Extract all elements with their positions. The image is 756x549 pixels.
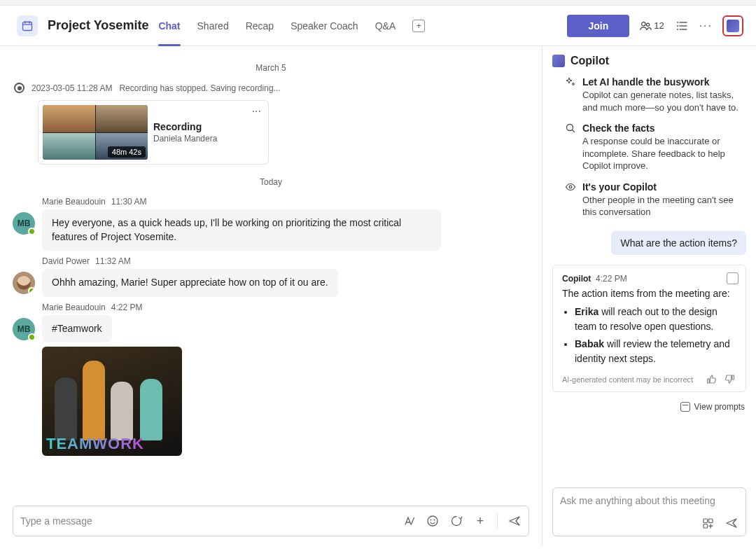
copilot-compose[interactable] — [552, 487, 746, 536]
compose-box[interactable]: + — [13, 506, 529, 536]
msg-author: Marie Beaudouin — [42, 197, 106, 207]
svg-point-1 — [642, 22, 645, 25]
suggestion-title: Check the facts — [582, 123, 746, 134]
tabs: Chat Shared Recap Speaker Coach Q&A + — [158, 6, 425, 46]
msg-time: 11:30 AM — [111, 197, 147, 207]
record-icon — [14, 83, 24, 93]
svg-rect-13 — [704, 524, 708, 528]
loop-icon[interactable] — [449, 514, 463, 528]
msg-text: Hey everyone, as a quick heads up, I'll … — [42, 209, 441, 251]
presence-available-icon — [28, 287, 35, 294]
suggestion-desc: Other people in the meeting can't see th… — [582, 194, 746, 218]
chat-message: MB Marie Beaudouin4:22 PM #Teamwork TEAM… — [13, 303, 529, 457]
chat-message: David Power11:32 AM Ohhh amazing, Marie!… — [13, 256, 529, 297]
calendar-icon[interactable] — [17, 15, 38, 36]
recording-duration: 48m 42s — [108, 146, 146, 158]
svg-point-4 — [677, 25, 678, 26]
action-item: Babak will review the telemetry and iden… — [575, 337, 736, 366]
list-icon[interactable] — [674, 18, 690, 34]
sparkle-icon — [565, 76, 576, 88]
copilot-suggestion: It's your CopilotOther people in the mee… — [565, 181, 746, 218]
copilot-response-card: Copilot 4:22 PM The action items from th… — [552, 265, 746, 392]
view-prompts-button[interactable]: View prompts — [680, 402, 745, 412]
tab-recap[interactable]: Recap — [246, 6, 274, 46]
recording-card[interactable]: 48m 42s Recording Daniela Mandera ··· — [38, 100, 269, 165]
copilot-suggestion: Let AI handle the busyworkCopilot can ge… — [565, 76, 746, 113]
recording-title: Recording — [153, 121, 217, 132]
avatar[interactable]: MB — [13, 212, 35, 235]
chat-pane: March 5 2023-03-05 11:28 AM Recording ha… — [0, 46, 542, 546]
prompt-grid-icon[interactable] — [701, 516, 715, 530]
thumbs-up-button[interactable] — [706, 373, 718, 386]
emoji-icon[interactable] — [426, 514, 440, 528]
msg-text: Ohhh amazing, Marie! Super appreciate ho… — [42, 269, 338, 297]
event-text: Recording has stopped. Saving recording.… — [119, 83, 280, 93]
eye-icon — [565, 181, 576, 193]
recording-thumbnail: 48m 42s — [43, 105, 148, 160]
copilot-input[interactable] — [560, 495, 738, 506]
gif-caption: TEAMWORK — [46, 435, 144, 453]
action-item: Erika will reach out to the design team … — [575, 305, 736, 334]
message-input[interactable] — [20, 515, 392, 527]
presence-available-icon — [28, 228, 36, 235]
svg-rect-11 — [704, 519, 708, 523]
user-query-bubble: What are the action items? — [611, 231, 746, 255]
prompts-icon — [680, 402, 690, 412]
date-divider: Today — [13, 177, 529, 187]
copilot-title: Copilot — [570, 55, 609, 67]
participants-button[interactable]: 12 — [639, 20, 664, 32]
add-tab-button[interactable]: + — [412, 20, 425, 32]
copilot-icon — [552, 55, 565, 67]
copilot-toggle-button[interactable] — [722, 15, 743, 36]
svg-point-3 — [677, 21, 678, 22]
recording-more-button[interactable]: ··· — [252, 105, 261, 118]
copilot-panel: Copilot Let AI handle the busyworkCopilo… — [542, 46, 756, 546]
avatar[interactable] — [13, 272, 35, 294]
response-intro: The action items from the meeting are: — [562, 288, 736, 299]
copilot-suggestion: Check the factsA response could be inacc… — [565, 123, 746, 172]
msg-author: Marie Beaudouin — [42, 303, 106, 312]
svg-rect-0 — [23, 22, 32, 30]
thumbs-down-button[interactable] — [724, 373, 736, 386]
msg-time: 4:22 PM — [111, 303, 143, 312]
suggestion-title: It's your Copilot — [582, 181, 746, 193]
copilot-send-button[interactable] — [724, 516, 738, 530]
gif-attachment[interactable]: TEAMWORK — [42, 347, 182, 456]
format-icon[interactable] — [402, 514, 416, 528]
svg-point-6 — [428, 516, 438, 526]
copy-button[interactable] — [727, 272, 738, 284]
attach-icon[interactable]: + — [473, 514, 487, 528]
ai-disclaimer: AI-generated content may be incorrect — [562, 375, 693, 384]
magnifier-icon — [565, 123, 576, 134]
svg-point-8 — [434, 520, 435, 521]
presence-available-icon — [28, 333, 36, 341]
header: Project Yosemite Chat Shared Recap Speak… — [0, 6, 756, 46]
participant-count: 12 — [654, 20, 664, 31]
avatar[interactable]: MB — [13, 318, 35, 340]
event-time: 2023-03-05 11:28 AM — [31, 83, 112, 93]
tab-chat[interactable]: Chat — [158, 6, 180, 46]
msg-time: 11:32 AM — [95, 256, 131, 266]
recording-stopped-event: 2023-03-05 11:28 AM Recording has stoppe… — [14, 83, 529, 93]
tab-speaker-coach[interactable]: Speaker Coach — [290, 6, 358, 46]
date-divider: March 5 — [13, 63, 529, 73]
tab-qa[interactable]: Q&A — [375, 6, 396, 46]
svg-rect-12 — [708, 519, 713, 523]
send-button[interactable] — [507, 514, 522, 528]
msg-text: #Teamwork — [42, 315, 112, 343]
people-icon — [639, 20, 652, 32]
tab-shared[interactable]: Shared — [197, 6, 229, 46]
more-button[interactable]: ··· — [699, 20, 713, 32]
action-items-list: Erika will reach out to the design team … — [562, 305, 736, 366]
join-button[interactable]: Join — [567, 15, 629, 37]
msg-author: David Power — [42, 256, 90, 266]
chat-message: MB Marie Beaudouin11:30 AM Hey everyone,… — [13, 197, 529, 251]
svg-point-10 — [569, 186, 572, 188]
copilot-header: Copilot — [552, 55, 746, 67]
suggestion-title: Let AI handle the busywork — [582, 76, 746, 88]
recording-author: Daniela Mandera — [153, 134, 217, 144]
svg-point-2 — [647, 23, 650, 26]
svg-point-5 — [677, 28, 678, 29]
suggestion-desc: A response could be inaccurate or incomp… — [582, 135, 746, 172]
suggestion-desc: Copilot can generate notes, list tasks, … — [582, 89, 746, 113]
